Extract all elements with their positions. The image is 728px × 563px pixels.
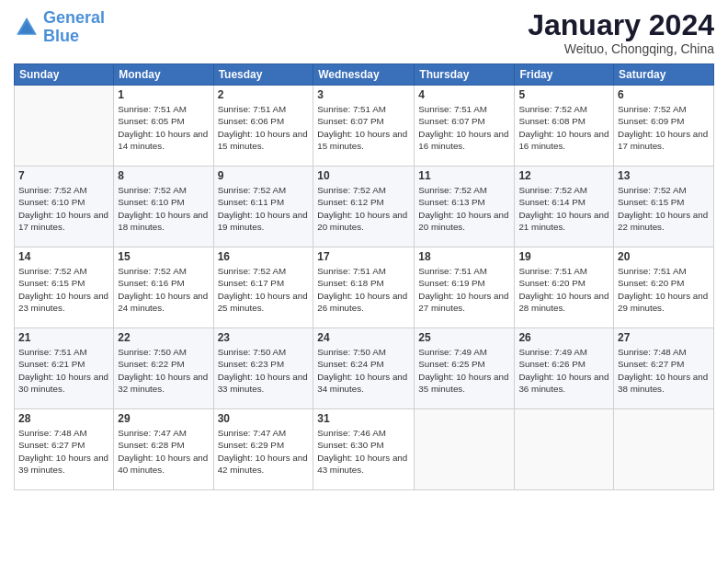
day-cell: 20 Sunrise: 7:51 AM Sunset: 6:20 PM Dayl… — [614, 247, 714, 328]
day-info: Sunrise: 7:51 AM Sunset: 6:05 PM Dayligh… — [118, 103, 209, 152]
day-cell: 2 Sunrise: 7:51 AM Sunset: 6:06 PM Dayli… — [213, 86, 313, 167]
daylight: Daylight: 10 hours and 26 minutes. — [317, 291, 407, 313]
sunset: Sunset: 6:18 PM — [317, 278, 383, 288]
day-number: 26 — [518, 331, 609, 344]
day-number: 15 — [118, 250, 209, 263]
sunrise: Sunrise: 7:52 AM — [317, 185, 386, 195]
daylight: Daylight: 10 hours and 15 minutes. — [317, 129, 407, 151]
daylight: Daylight: 10 hours and 38 minutes. — [618, 372, 708, 394]
day-number: 7 — [18, 169, 109, 182]
col-wednesday: Wednesday — [313, 64, 415, 86]
day-cell: 6 Sunrise: 7:52 AM Sunset: 6:09 PM Dayli… — [614, 86, 714, 167]
day-cell: 30 Sunrise: 7:47 AM Sunset: 6:29 PM Dayl… — [213, 409, 313, 490]
day-number: 23 — [218, 331, 310, 344]
day-info: Sunrise: 7:51 AM Sunset: 6:20 PM Dayligh… — [518, 265, 609, 314]
title-block: January 2024 Weituo, Chongqing, China — [528, 9, 714, 56]
day-info: Sunrise: 7:51 AM Sunset: 6:06 PM Dayligh… — [218, 103, 310, 152]
sunrise: Sunrise: 7:52 AM — [18, 266, 87, 276]
sunrise: Sunrise: 7:52 AM — [618, 104, 687, 114]
day-number: 5 — [518, 88, 609, 101]
day-cell: 8 Sunrise: 7:52 AM Sunset: 6:10 PM Dayli… — [114, 167, 213, 247]
sunset: Sunset: 6:19 PM — [418, 278, 484, 288]
day-number: 1 — [118, 88, 209, 101]
sunrise: Sunrise: 7:50 AM — [218, 347, 287, 357]
sunrise: Sunrise: 7:52 AM — [18, 185, 87, 195]
daylight: Daylight: 10 hours and 17 minutes. — [18, 210, 108, 232]
day-cell: 7 Sunrise: 7:52 AM Sunset: 6:10 PM Dayli… — [15, 167, 114, 247]
sunrise: Sunrise: 7:50 AM — [317, 347, 386, 357]
sunset: Sunset: 6:20 PM — [518, 278, 585, 288]
sunrise: Sunrise: 7:52 AM — [118, 185, 187, 195]
daylight: Daylight: 10 hours and 21 minutes. — [518, 210, 609, 232]
daylight: Daylight: 10 hours and 27 minutes. — [418, 291, 508, 313]
sunset: Sunset: 6:29 PM — [218, 440, 284, 450]
daylight: Daylight: 10 hours and 16 minutes. — [418, 129, 508, 151]
daylight: Daylight: 10 hours and 33 minutes. — [218, 372, 308, 394]
sunset: Sunset: 6:11 PM — [218, 197, 284, 207]
day-number: 20 — [618, 250, 710, 263]
sunset: Sunset: 6:15 PM — [18, 278, 85, 288]
day-info: Sunrise: 7:52 AM Sunset: 6:11 PM Dayligh… — [218, 184, 310, 233]
day-cell: 3 Sunrise: 7:51 AM Sunset: 6:07 PM Dayli… — [313, 86, 415, 167]
month-title: January 2024 — [528, 9, 714, 41]
day-number: 25 — [418, 331, 510, 344]
sunset: Sunset: 6:07 PM — [317, 116, 383, 126]
day-info: Sunrise: 7:52 AM Sunset: 6:15 PM Dayligh… — [18, 265, 109, 314]
sunset: Sunset: 6:28 PM — [118, 440, 184, 450]
week-row-3: 14 Sunrise: 7:52 AM Sunset: 6:15 PM Dayl… — [15, 247, 714, 328]
day-cell: 19 Sunrise: 7:51 AM Sunset: 6:20 PM Dayl… — [515, 247, 614, 328]
col-saturday: Saturday — [614, 64, 714, 86]
sunrise: Sunrise: 7:48 AM — [18, 428, 87, 438]
daylight: Daylight: 10 hours and 23 minutes. — [18, 291, 108, 313]
sunset: Sunset: 6:15 PM — [618, 197, 684, 207]
day-info: Sunrise: 7:48 AM Sunset: 6:27 PM Dayligh… — [18, 427, 109, 476]
daylight: Daylight: 10 hours and 18 minutes. — [118, 210, 208, 232]
sunrise: Sunrise: 7:49 AM — [518, 347, 587, 357]
sunrise: Sunrise: 7:51 AM — [218, 104, 287, 114]
sunset: Sunset: 6:27 PM — [18, 440, 85, 450]
col-sunday: Sunday — [15, 64, 114, 86]
daylight: Daylight: 10 hours and 25 minutes. — [218, 291, 308, 313]
day-info: Sunrise: 7:47 AM Sunset: 6:28 PM Dayligh… — [118, 427, 209, 476]
day-cell: 4 Sunrise: 7:51 AM Sunset: 6:07 PM Dayli… — [415, 86, 515, 167]
logo-line1: General — [43, 8, 105, 27]
sunrise: Sunrise: 7:52 AM — [218, 185, 287, 195]
sunset: Sunset: 6:20 PM — [618, 278, 684, 288]
daylight: Daylight: 10 hours and 40 minutes. — [118, 453, 208, 475]
day-info: Sunrise: 7:52 AM Sunset: 6:16 PM Dayligh… — [118, 265, 209, 314]
day-number: 29 — [118, 412, 209, 425]
week-row-4: 21 Sunrise: 7:51 AM Sunset: 6:21 PM Dayl… — [15, 328, 714, 409]
day-cell: 28 Sunrise: 7:48 AM Sunset: 6:27 PM Dayl… — [15, 409, 114, 490]
day-number: 8 — [118, 169, 209, 182]
day-info: Sunrise: 7:52 AM Sunset: 6:17 PM Dayligh… — [218, 265, 310, 314]
week-row-1: 1 Sunrise: 7:51 AM Sunset: 6:05 PM Dayli… — [15, 86, 714, 167]
day-cell: 15 Sunrise: 7:52 AM Sunset: 6:16 PM Dayl… — [114, 247, 213, 328]
day-number: 28 — [18, 412, 109, 425]
day-cell — [515, 409, 614, 490]
daylight: Daylight: 10 hours and 14 minutes. — [118, 129, 208, 151]
day-cell: 9 Sunrise: 7:52 AM Sunset: 6:11 PM Dayli… — [213, 167, 313, 247]
sunset: Sunset: 6:05 PM — [118, 116, 184, 126]
day-number: 12 — [518, 169, 609, 182]
sunrise: Sunrise: 7:51 AM — [317, 266, 386, 276]
daylight: Daylight: 10 hours and 42 minutes. — [218, 453, 308, 475]
day-info: Sunrise: 7:51 AM Sunset: 6:19 PM Dayligh… — [418, 265, 510, 314]
sunset: Sunset: 6:22 PM — [118, 359, 184, 369]
week-row-2: 7 Sunrise: 7:52 AM Sunset: 6:10 PM Dayli… — [15, 167, 714, 247]
day-cell: 29 Sunrise: 7:47 AM Sunset: 6:28 PM Dayl… — [114, 409, 213, 490]
sunrise: Sunrise: 7:51 AM — [418, 104, 487, 114]
logo-text: General Blue — [43, 9, 105, 46]
day-info: Sunrise: 7:52 AM Sunset: 6:13 PM Dayligh… — [418, 184, 510, 233]
daylight: Daylight: 10 hours and 16 minutes. — [518, 129, 609, 151]
day-cell: 27 Sunrise: 7:48 AM Sunset: 6:27 PM Dayl… — [614, 328, 714, 409]
day-info: Sunrise: 7:52 AM Sunset: 6:14 PM Dayligh… — [518, 184, 609, 233]
day-cell: 1 Sunrise: 7:51 AM Sunset: 6:05 PM Dayli… — [114, 86, 213, 167]
day-number: 16 — [218, 250, 310, 263]
day-info: Sunrise: 7:51 AM Sunset: 6:07 PM Dayligh… — [317, 103, 410, 152]
day-cell: 31 Sunrise: 7:46 AM Sunset: 6:30 PM Dayl… — [313, 409, 415, 490]
day-number: 6 — [618, 88, 710, 101]
sunset: Sunset: 6:14 PM — [518, 197, 585, 207]
logo-line2: Blue — [43, 27, 79, 45]
sunrise: Sunrise: 7:49 AM — [418, 347, 487, 357]
sunrise: Sunrise: 7:48 AM — [618, 347, 687, 357]
